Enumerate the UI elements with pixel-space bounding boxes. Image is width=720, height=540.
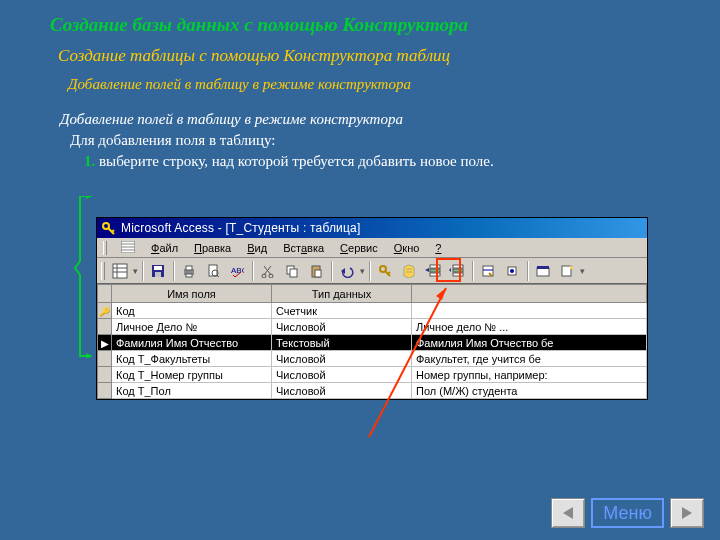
svg-rect-15 [186,266,192,270]
field-name-cell[interactable]: Код [112,303,272,319]
description-cell[interactable] [412,303,647,319]
data-type-cell[interactable]: Счетчик [272,303,412,319]
menu-service[interactable]: Сервис [334,241,384,255]
svg-point-48 [510,269,514,273]
copy-icon[interactable] [281,260,303,282]
field-name-cell[interactable]: Личное Дело № [112,319,272,335]
row-selector[interactable]: ▶ [98,335,112,351]
data-type-cell[interactable]: Текстовый [272,335,412,351]
view-dd[interactable]: ▾ [133,266,138,276]
svg-rect-12 [154,266,162,270]
table-row[interactable]: Код Т_ПолЧисловойПол (М/Ж) студента [98,383,647,399]
new-object-icon[interactable] [556,260,578,282]
access-title-text: Microsoft Access - [Т_Студенты : таблица… [121,221,361,235]
undo-icon[interactable] [336,260,358,282]
menu-insert[interactable]: Вставка [277,241,330,255]
design-table: Имя поля Тип данных 🔑КодСчетчикЛичное Де… [97,284,647,399]
description-cell[interactable]: Факультет, где учится бе [412,351,647,367]
delete-rows-icon[interactable] [446,260,468,282]
data-type-cell[interactable]: Числовой [272,319,412,335]
svg-rect-37 [430,265,440,268]
data-type-cell[interactable]: Числовой [272,367,412,383]
insert-rows-icon[interactable] [422,260,444,282]
description-cell[interactable]: Номер группы, например: [412,367,647,383]
menu-help[interactable]: ? [429,241,447,255]
subtitle: Создание таблицы с помощью Конструктора … [0,36,720,66]
row-selector[interactable] [98,367,112,383]
primary-key-icon: 🔑 [99,307,110,317]
step-1-text: выберите строку, над которой требуется д… [95,153,493,169]
paste-icon[interactable] [305,260,327,282]
step-1: 1. выберите строку, над которой требуетс… [0,149,720,170]
prev-button[interactable] [551,498,585,528]
page-title: Создание базы данных с помощью Конструкт… [0,0,720,36]
svg-marker-52 [570,265,574,269]
db-window-icon[interactable] [532,260,554,282]
row-selector[interactable]: 🔑 [98,303,112,319]
access-window: Microsoft Access - [Т_Студенты : таблица… [96,217,648,400]
svg-rect-42 [453,269,463,272]
header-field-name: Имя поля [112,285,272,303]
access-titlebar: Microsoft Access - [Т_Студенты : таблица… [97,218,647,238]
svg-rect-43 [453,273,463,276]
svg-rect-7 [113,264,127,278]
spellcheck-icon[interactable]: ABC [226,260,248,282]
table-row[interactable]: Код Т_ФакультетыЧисловойФакультет, где у… [98,351,647,367]
svg-rect-49 [537,268,549,276]
header-data-type: Тип данных [272,285,412,303]
menu-window[interactable]: Окно [388,241,426,255]
table-row[interactable]: ▶Фамилия Имя ОтчествоТекстовыйФамилия Им… [98,335,647,351]
data-type-cell[interactable]: Числовой [272,351,412,367]
body-heading: Добавление полей в таблицу в режиме конс… [0,93,720,128]
arrow-right-icon [678,504,696,522]
undo-dd[interactable]: ▾ [360,266,365,276]
indexes-icon[interactable] [398,260,420,282]
row-selector[interactable] [98,383,112,399]
field-name-cell[interactable]: Код Т_Факультеты [112,351,272,367]
svg-rect-50 [537,266,549,269]
menu-view[interactable]: Вид [241,241,273,255]
svg-rect-13 [155,272,161,277]
svg-marker-44 [449,268,451,272]
field-name-cell[interactable]: Фамилия Имя Отчество [112,335,272,351]
svg-line-33 [388,272,390,274]
field-name-cell[interactable]: Код Т_Номер группы [112,367,272,383]
field-name-cell[interactable]: Код Т_Пол [112,383,272,399]
header-description [412,285,647,303]
cut-icon[interactable] [257,260,279,282]
table-row[interactable]: Код Т_Номер группыЧисловойНомер группы, … [98,367,647,383]
svg-marker-55 [563,507,573,519]
menu-file[interactable]: Файл [145,241,184,255]
svg-rect-29 [315,270,321,277]
next-button[interactable] [670,498,704,528]
table-row[interactable]: 🔑КодСчетчик [98,303,647,319]
arrow-left-icon [559,504,577,522]
bottom-nav: Меню [551,498,704,528]
description-cell[interactable]: Личное дело № ... [412,319,647,335]
form-icon[interactable] [115,240,141,256]
description-cell[interactable]: Фамилия Имя Отчество бе [412,335,647,351]
subsubtitle: Добавление полей в таблицу в режиме конс… [0,66,720,93]
data-type-cell[interactable]: Числовой [272,383,412,399]
table-row[interactable]: Личное Дело №ЧисловойЛичное дело № ... [98,319,647,335]
header-rowsel [98,285,112,303]
row-selector[interactable] [98,319,112,335]
builder-icon[interactable] [501,260,523,282]
menubar-grip [103,241,107,255]
svg-rect-39 [430,273,440,276]
svg-marker-40 [425,268,429,272]
print-icon[interactable] [178,260,200,282]
primary-key-icon[interactable] [374,260,396,282]
svg-rect-26 [290,269,297,277]
menu-edit[interactable]: Правка [188,241,237,255]
view-button[interactable] [109,260,131,282]
preview-icon[interactable] [202,260,224,282]
row-selector[interactable] [98,351,112,367]
save-icon[interactable] [147,260,169,282]
properties-icon[interactable] [477,260,499,282]
svg-text:ABC: ABC [231,266,244,275]
svg-rect-28 [314,265,318,267]
description-cell[interactable]: Пол (М/Ж) студента [412,383,647,399]
menu-button[interactable]: Меню [591,498,664,528]
new-object-dd[interactable]: ▾ [580,266,585,276]
